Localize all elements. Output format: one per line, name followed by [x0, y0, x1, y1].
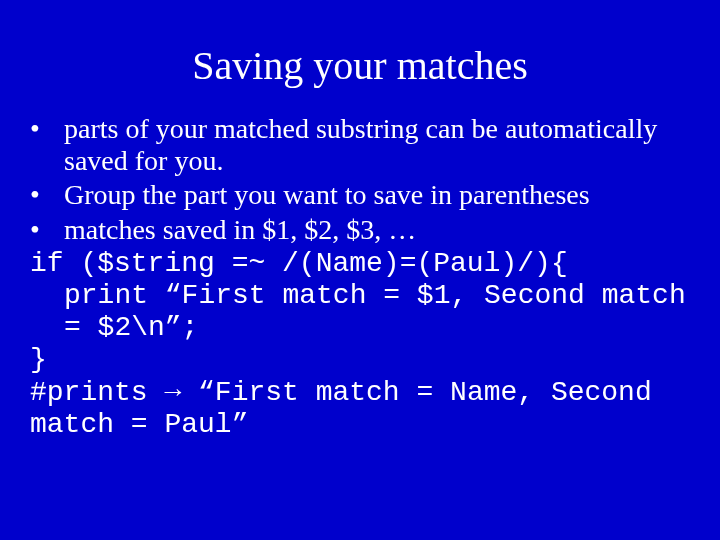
- code-line: }: [30, 344, 692, 376]
- bullet-item: • matches saved in $1, $2, $3, …: [30, 214, 692, 246]
- bullet-item: • Group the part you want to save in par…: [30, 179, 692, 211]
- bullet-dot: •: [30, 214, 64, 246]
- bullet-text: Group the part you want to save in paren…: [64, 179, 692, 211]
- code-line: if ($string =~ /(Name)=(Paul)/){: [30, 248, 692, 280]
- arrow-icon: →: [164, 377, 181, 408]
- slide-title: Saving your matches: [0, 0, 720, 113]
- code-line: print “First match = $1, Second match = …: [30, 280, 692, 344]
- bullet-item: • parts of your matched substring can be…: [30, 113, 692, 177]
- bullet-text: matches saved in $1, $2, $3, …: [64, 214, 692, 246]
- bullet-dot: •: [30, 179, 64, 211]
- code-text: #prints: [30, 377, 164, 408]
- code-line: #prints → “First match = Name, Second ma…: [30, 377, 692, 441]
- bullet-text: parts of your matched substring can be a…: [64, 113, 692, 177]
- code-block: if ($string =~ /(Name)=(Paul)/){ print “…: [30, 248, 692, 441]
- bullet-dot: •: [30, 113, 64, 177]
- slide-content: • parts of your matched substring can be…: [0, 113, 720, 441]
- slide: Saving your matches • parts of your matc…: [0, 0, 720, 540]
